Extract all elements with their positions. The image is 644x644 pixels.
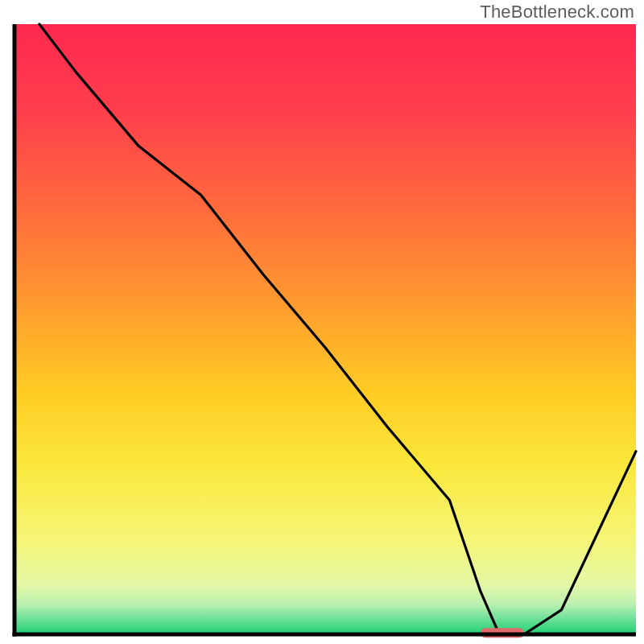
bottleneck-chart: TheBottleneck.com — [0, 0, 644, 644]
gradient-background — [14, 24, 636, 634]
chart-svg — [0, 0, 644, 644]
watermark-text: TheBottleneck.com — [480, 2, 634, 23]
